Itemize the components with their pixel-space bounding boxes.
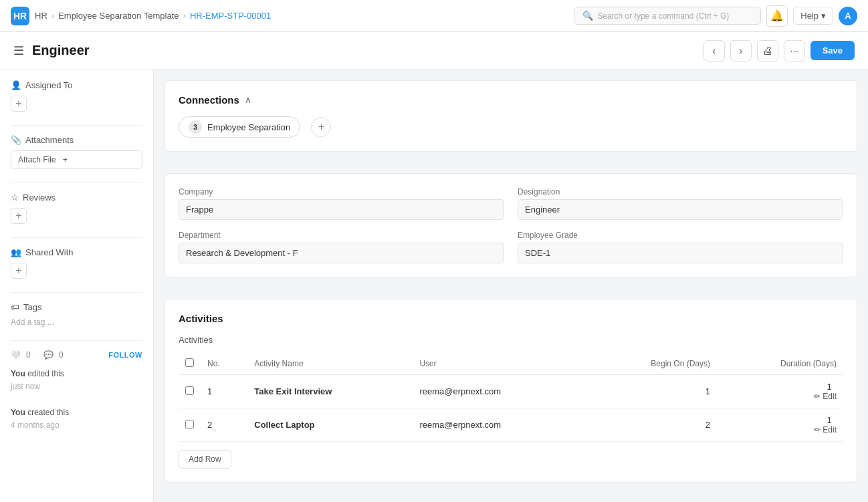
- table-row: 2 Collect Laptop reema@erpnext.com 2 1 ✏…: [179, 408, 843, 442]
- department-field: Department: [179, 231, 504, 263]
- app-icon[interactable]: HR: [11, 7, 29, 25]
- user-icon: 👤: [11, 80, 21, 90]
- connections-add-button[interactable]: +: [311, 117, 331, 137]
- footer-stats: 🤍 0 · 💬 0 FOLLOW: [11, 350, 142, 360]
- attachments-label: Attachments: [25, 135, 74, 145]
- dot-separator: ·: [36, 350, 38, 360]
- row-begin-on-0: 1: [585, 375, 717, 408]
- search-box[interactable]: 🔍 Search or type a command (Ctrl + G): [574, 7, 761, 25]
- breadcrumb-current: HR-EMP-STP-00001: [190, 11, 271, 21]
- attachments-section: 📎 Attachments Attach File +: [11, 135, 142, 169]
- row-duration-0: 1 ✏ Edit: [717, 375, 843, 408]
- star-icon: ☆: [11, 193, 19, 203]
- form-grid: Company Designation Department Employee …: [179, 187, 843, 263]
- reviews-section: ☆ Reviews +: [11, 193, 142, 224]
- row-edit-button-0[interactable]: ✏ Edit: [724, 392, 837, 401]
- chevron-down-icon: ▾: [821, 11, 826, 21]
- company-field: Company: [179, 187, 504, 220]
- sidebar: 👤 Assigned To + 📎 Attachments Attach Fil…: [0, 70, 154, 502]
- reviews-label: Reviews: [23, 193, 56, 203]
- row-edit-button-1[interactable]: ✏ Edit: [724, 425, 837, 434]
- row-user-0: reema@erpnext.com: [413, 375, 584, 408]
- notifications-icon[interactable]: 🔔: [766, 5, 788, 27]
- row-no-0: 1: [201, 375, 247, 408]
- company-label: Company: [179, 187, 504, 197]
- topnav: HR HR › Employee Separation Template › H…: [0, 0, 868, 32]
- connections-count: 3: [189, 120, 202, 134]
- attach-file-button[interactable]: Attach File +: [11, 150, 142, 169]
- activity1-time: just now: [11, 382, 40, 391]
- header-actions: ‹ › 🖨 ··· Save: [703, 40, 855, 61]
- designation-field: Designation: [518, 187, 843, 220]
- assigned-to-section: 👤 Assigned To +: [11, 80, 142, 112]
- breadcrumb: HR › Employee Separation Template › HR-E…: [35, 11, 271, 21]
- add-tag-label[interactable]: Add a tag ...: [11, 318, 142, 327]
- table-row: 1 Take Exit Interview reema@erpnext.com …: [179, 375, 843, 408]
- tags-section: 🏷 Tags Add a tag ...: [11, 302, 142, 327]
- shared-icon: 👥: [11, 247, 21, 257]
- like-count: 0: [26, 350, 31, 360]
- col-begin-on: Begin On (Days): [585, 353, 717, 375]
- tags-label: Tags: [23, 302, 41, 312]
- department-input[interactable]: [179, 243, 504, 263]
- activity-log: You edited this just now You created thi…: [11, 368, 142, 432]
- activities-table: No. Activity Name User Begin On (Days) D…: [179, 353, 843, 442]
- row-checkbox-1[interactable]: [185, 420, 194, 428]
- help-button[interactable]: Help ▾: [793, 7, 833, 25]
- connections-chevron-icon[interactable]: ∧: [245, 95, 251, 105]
- designation-input[interactable]: [518, 199, 843, 220]
- save-button[interactable]: Save: [810, 41, 855, 60]
- add-row-button[interactable]: Add Row: [179, 450, 231, 469]
- col-activity-name: Activity Name: [247, 353, 413, 375]
- employee-grade-input[interactable]: [518, 243, 843, 263]
- page-title: Engineer: [32, 43, 703, 58]
- content-area: Connections ∧ 3 Employee Separation + Co…: [154, 70, 868, 502]
- avatar[interactable]: A: [839, 7, 857, 25]
- prev-button[interactable]: ‹: [703, 40, 725, 61]
- employee-grade-field: Employee Grade: [518, 231, 843, 263]
- search-placeholder-text: Search or type a command (Ctrl + G): [597, 11, 729, 21]
- row-no-1: 2: [201, 408, 247, 442]
- search-icon: 🔍: [582, 11, 593, 21]
- sidebar-toggle-icon[interactable]: ☰: [13, 43, 24, 58]
- row-duration-1: 1 ✏ Edit: [717, 408, 843, 442]
- shared-with-label: Shared With: [25, 247, 74, 257]
- reviews-add-button[interactable]: +: [11, 208, 27, 224]
- row-begin-on-1: 2: [585, 408, 717, 442]
- paperclip-icon: 📎: [11, 135, 21, 145]
- tag-icon: 🏷: [11, 302, 19, 312]
- designation-label: Designation: [518, 187, 843, 197]
- connections-tag[interactable]: 3 Employee Separation: [179, 116, 300, 138]
- col-duration: Duration (Days): [717, 353, 843, 375]
- col-no: No.: [201, 353, 247, 375]
- print-icon[interactable]: 🖨: [757, 40, 778, 61]
- company-input[interactable]: [179, 199, 504, 220]
- activities-title: Activities: [179, 313, 843, 324]
- add-attachment-icon: +: [63, 155, 68, 164]
- follow-button[interactable]: FOLLOW: [108, 351, 142, 359]
- comment-count: 0: [59, 350, 64, 360]
- comment-icon: 💬: [43, 350, 53, 360]
- connections-title: Connections ∧: [179, 94, 843, 106]
- activities-card: Activities Activities No. Activity Name …: [165, 299, 857, 483]
- like-icon: 🤍: [11, 350, 21, 360]
- row-checkbox-0[interactable]: [185, 386, 194, 395]
- activities-sub-label: Activities: [179, 335, 843, 345]
- activity2-you: You: [11, 408, 25, 417]
- connections-card: Connections ∧ 3 Employee Separation +: [165, 80, 857, 152]
- page-header: ☰ Engineer ‹ › 🖨 ··· Save: [0, 32, 868, 70]
- employee-grade-label: Employee Grade: [518, 231, 843, 240]
- select-all-checkbox[interactable]: [185, 358, 194, 367]
- breadcrumb-template[interactable]: Employee Separation Template: [58, 11, 179, 21]
- activity2-time: 4 months ago: [11, 420, 60, 430]
- details-card: Company Designation Department Employee …: [165, 173, 857, 277]
- activity2-text: created this: [27, 408, 69, 417]
- activity1-you: You: [11, 369, 25, 378]
- more-options-icon[interactable]: ···: [784, 40, 805, 61]
- assigned-to-add-button[interactable]: +: [11, 96, 27, 112]
- next-button[interactable]: ›: [730, 40, 752, 61]
- department-label: Department: [179, 231, 504, 240]
- breadcrumb-hr[interactable]: HR: [35, 11, 47, 21]
- shared-with-add-button[interactable]: +: [11, 263, 27, 279]
- connections-tag-label: Employee Separation: [207, 122, 290, 132]
